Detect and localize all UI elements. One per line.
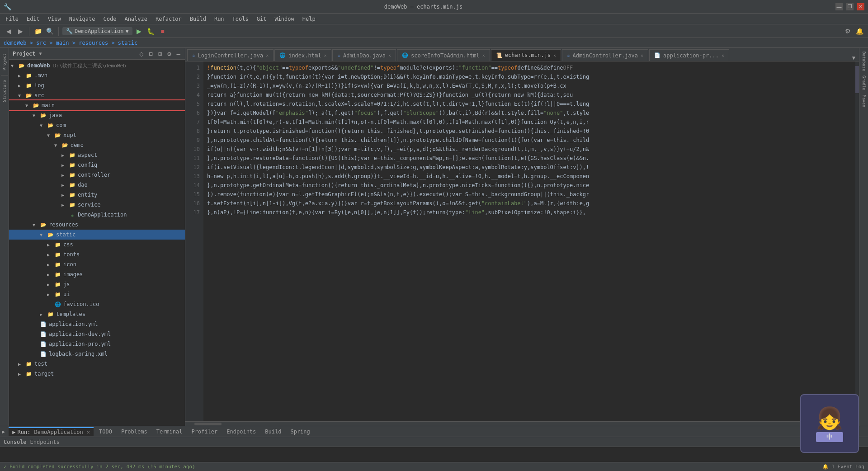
tab-close-btn[interactable]: ✕ (641, 53, 643, 58)
tree-item-application-pro-yml[interactable]: ▶ 📄 application-pro.yml (9, 339, 185, 349)
tree-item-mvn[interactable]: ▶ 📁 .mvn (9, 71, 185, 80)
tree-item-dao[interactable]: ▶ 📁 dao (9, 180, 185, 190)
code-editor[interactable]: !function(t,e){"object"==typeof exports&… (203, 61, 855, 421)
run-close[interactable]: ✕ (87, 429, 90, 435)
tab-close-btn[interactable]: ✕ (266, 53, 269, 58)
bottom-tab-problems[interactable]: Problems (118, 427, 151, 436)
menu-code[interactable]: Code (100, 15, 120, 23)
tree-item-demoweb[interactable]: ▼ 📂 demoWeb D:\软件工程大二课设\demoWeb (9, 61, 185, 71)
menu-build[interactable]: Build (186, 15, 210, 23)
tree-item-src[interactable]: ▼ 📂 src (9, 90, 185, 100)
tab-close-btn[interactable]: ✕ (722, 53, 724, 58)
menu-window[interactable]: Window (271, 15, 297, 23)
tab-close-btn[interactable]: ✕ (388, 53, 391, 58)
menu-view[interactable]: View (44, 15, 65, 23)
tree-item-favicon[interactable]: ▶ 🌐 favicon.ico (9, 299, 185, 309)
minimize-button[interactable]: — (835, 3, 843, 10)
tree-item-service[interactable]: ▶ 📁 service (9, 200, 185, 210)
bottom-tab-terminal[interactable]: Terminal (153, 427, 186, 436)
bottom-tab-todo[interactable]: TODO (95, 427, 116, 436)
tree-item-css[interactable]: ▶ 📁 css (9, 240, 185, 250)
collapse-all-btn[interactable]: ⊟ (148, 49, 153, 58)
tree-item-fonts[interactable]: ▶ 📁 fonts (9, 250, 185, 259)
tree-item-java[interactable]: ▼ 📂 java (9, 110, 185, 120)
endpoints-tab[interactable]: Endpoints (30, 439, 60, 445)
right-tab-database[interactable]: Database (861, 50, 867, 73)
tab-admindao[interactable]: ☕ AdminDao.java ✕ (332, 49, 396, 61)
menu-help[interactable]: Help (299, 15, 319, 23)
scrollbar-thumb[interactable] (855, 66, 859, 93)
project-view-btn[interactable]: 📁 (33, 26, 43, 36)
tab-echarts[interactable]: 📜 echarts.min.js ✕ (491, 49, 561, 61)
debug-button[interactable]: 🐛 (146, 26, 156, 36)
maximize-button[interactable]: ❐ (846, 3, 854, 10)
tree-item-controller[interactable]: ▶ 📁 controller (9, 170, 185, 180)
tree-item-aspect[interactable]: ▶ 📁 aspect (9, 150, 185, 160)
menu-run[interactable]: Run (211, 15, 228, 23)
expand-all-btn[interactable]: ⊞ (157, 49, 163, 58)
tree-item-xupt[interactable]: ▼ 📂 xupt (9, 130, 185, 140)
tab-close-btn[interactable]: ✕ (553, 53, 556, 58)
tree-item-resources[interactable]: ▼ 📂 resources (9, 220, 185, 230)
tree-item-static[interactable]: ▼ 📂 static (9, 230, 185, 240)
tab-logincontroller[interactable]: ☕ LoginController.java ✕ (187, 49, 274, 61)
tree-item-images[interactable]: ▶ 📁 images (9, 269, 185, 279)
menu-navigate[interactable]: Navigate (66, 15, 99, 23)
bottom-tab-build[interactable]: Build (261, 427, 285, 436)
bottom-tab-profiler[interactable]: Profiler (188, 427, 221, 436)
tab-index-html[interactable]: 🌐 index.html ✕ (274, 49, 331, 61)
tab-scoreinfo[interactable]: 🌐 scoreInfoToAdmin.html ✕ (397, 49, 490, 61)
menu-file[interactable]: File (2, 15, 22, 23)
tree-item-target[interactable]: ▶ 📁 target (9, 369, 185, 379)
right-tab-gradle[interactable]: Gradle (861, 74, 867, 92)
tree-item-com[interactable]: ▼ 📂 com (9, 120, 185, 130)
menu-analyze[interactable]: Analyze (121, 15, 151, 23)
menu-refactor[interactable]: Refactor (152, 15, 185, 23)
run-configuration[interactable]: 🔧 DemoApplication ▼ (62, 27, 132, 35)
tree-item-entity[interactable]: ▶ 📁 entity (9, 190, 185, 200)
tree-item-icon[interactable]: ▶ 📁 icon (9, 259, 185, 269)
search-everywhere-btn[interactable]: 🔍 (45, 26, 55, 36)
tree-item-config[interactable]: ▶ 📁 config (9, 160, 185, 170)
bottom-tab-run[interactable]: ▶ Run: DemoApplication ✕ (9, 427, 94, 436)
tab-application-pr[interactable]: 📄 application-pr... ✕ (649, 49, 729, 61)
right-tab-maven[interactable]: Maven (861, 93, 867, 109)
tree-item-test[interactable]: ▶ 📁 test (9, 359, 185, 369)
menu-edit[interactable]: Edit (23, 15, 43, 23)
tab-close-btn[interactable]: ✕ (482, 53, 485, 58)
close-button[interactable]: ✕ (857, 3, 864, 10)
console-tab[interactable]: Console (4, 439, 27, 445)
horizontal-scrollbar-thumb[interactable] (194, 423, 222, 425)
panel-minimize-btn[interactable]: — (176, 49, 181, 58)
menu-tools[interactable]: Tools (229, 15, 252, 23)
event-log-btn[interactable]: 🔔 1 Event Log (822, 464, 864, 470)
bottom-tab-endpoints[interactable]: Endpoints (223, 427, 259, 436)
tree-item-log[interactable]: ▶ 📁 log (9, 80, 185, 90)
forward-button[interactable]: ▶ (15, 26, 25, 36)
menu-git[interactable]: Git (253, 15, 270, 23)
notifications-button[interactable]: 🔔 (854, 26, 864, 36)
tab-close-btn[interactable]: ✕ (324, 53, 326, 58)
stop-button[interactable]: ■ (158, 26, 168, 36)
back-button[interactable]: ◀ (4, 26, 14, 36)
tree-item-js[interactable]: ▶ 📁 js (9, 279, 185, 289)
tree-item-demo[interactable]: ▼ 📂 demo (9, 140, 185, 150)
locate-in-tree-btn[interactable]: ◎ (139, 49, 144, 58)
minimap-scrollbar[interactable] (855, 61, 859, 421)
tree-item-application-yml[interactable]: ▶ 📄 application.yml (9, 319, 185, 329)
tree-item-demoapplication[interactable]: ▶ ☕ DemoApplication (9, 210, 185, 220)
sidebar-structure-label[interactable]: Structure (1, 78, 8, 104)
run-button[interactable]: ▶ (134, 26, 144, 36)
sidebar-project-label[interactable]: Project (1, 52, 8, 72)
bottom-tab-spring[interactable]: Spring (287, 427, 313, 436)
yml-icon: 📄 (40, 340, 47, 348)
tree-item-ui[interactable]: ▶ 📁 ui (9, 289, 185, 299)
tab-admincontroller[interactable]: ☕ AdminController.java ✕ (562, 49, 648, 61)
panel-settings-btn[interactable]: ⚙ (166, 49, 172, 58)
tree-item-templates[interactable]: ▶ 📁 templates (9, 309, 185, 319)
tree-item-logback-xml[interactable]: ▶ 📄 logback-spring.xml (9, 349, 185, 359)
settings-button[interactable]: ⚙ (843, 26, 853, 36)
tree-item-main[interactable]: ▼ 📂 main (9, 100, 185, 110)
tab-overflow-btn[interactable]: ▼ (852, 55, 855, 61)
tree-item-application-dev-yml[interactable]: ▶ 📄 application-dev.yml (9, 329, 185, 339)
